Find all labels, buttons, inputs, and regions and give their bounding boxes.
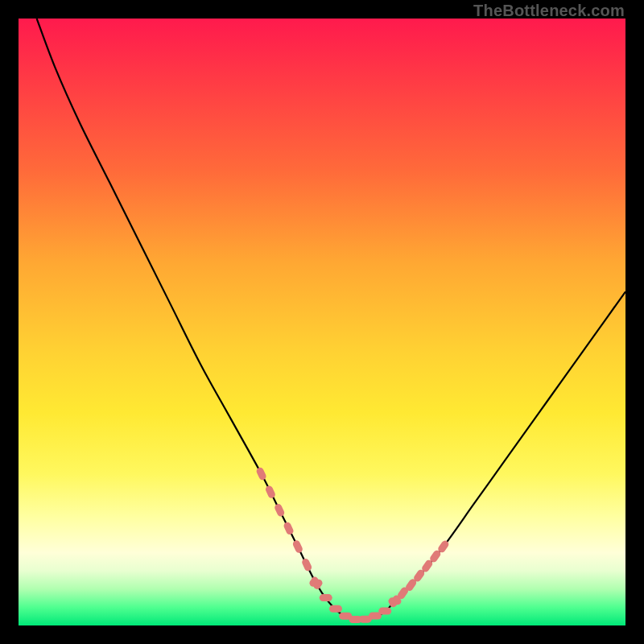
curve-marker (283, 521, 295, 535)
outer-frame: TheBottleneck.com (0, 0, 644, 644)
curve-marker (309, 580, 322, 587)
curve-marker (301, 557, 313, 572)
bottleneck-curve-line (37, 19, 625, 620)
watermark-text: TheBottleneck.com (473, 2, 625, 20)
curve-marker (264, 485, 276, 499)
curve-marker (291, 539, 303, 554)
chart-gradient-area (19, 19, 625, 625)
chart-svg (19, 19, 625, 625)
curve-marker (274, 503, 286, 518)
curve-marker (255, 466, 267, 481)
curve-marker (329, 605, 342, 613)
curve-marker (320, 594, 332, 601)
curve-markers (255, 466, 450, 623)
curve-marker (378, 608, 391, 615)
